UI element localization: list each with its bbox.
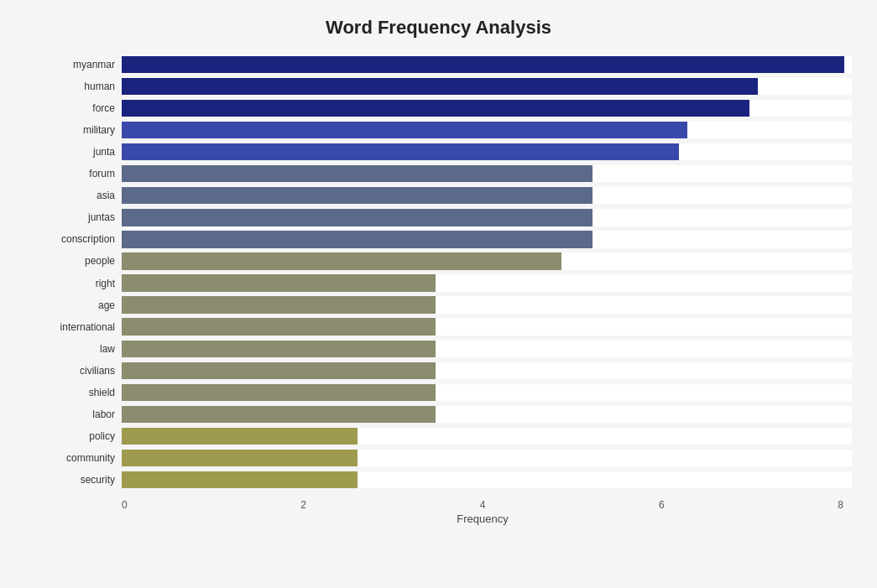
bar-row: junta <box>25 141 852 163</box>
bar-label: conscription <box>25 233 122 245</box>
bar-label: community <box>25 452 122 464</box>
bar-fill <box>122 165 592 182</box>
bar-row: juntas <box>25 206 852 228</box>
bar-row: conscription <box>25 228 852 250</box>
bar-fill <box>122 274 436 291</box>
bar-row: labor <box>25 403 852 425</box>
bar-fill <box>122 341 436 357</box>
bar-row: international <box>25 316 852 338</box>
bar-row: community <box>25 447 852 469</box>
bar-fill <box>122 450 358 466</box>
bar-fill <box>122 296 436 313</box>
bar-fill <box>122 428 358 445</box>
bar-fill <box>122 122 687 138</box>
bar-row: human <box>25 75 852 97</box>
bar-fill <box>122 362 436 379</box>
bar-row: security <box>25 469 852 491</box>
bar-label: force <box>25 102 122 114</box>
bar-fill <box>122 231 592 247</box>
bar-label: junta <box>25 146 122 158</box>
bar-fill <box>122 384 436 401</box>
bar-fill <box>122 209 592 226</box>
bar-label: law <box>25 343 122 355</box>
bar-row: law <box>25 338 852 360</box>
bar-fill <box>122 78 758 95</box>
bar-row: forum <box>25 163 852 185</box>
chart-container: Word Frequency Analysis 02468 Frequency … <box>0 0 877 588</box>
bar-label: forum <box>25 168 122 180</box>
bar-label: labor <box>25 408 122 420</box>
bar-label: human <box>25 81 122 92</box>
bar-fill <box>122 318 436 335</box>
bar-fill <box>122 406 436 423</box>
bar-label: age <box>25 299 122 311</box>
bar-label: security <box>25 474 122 486</box>
bar-label: international <box>25 321 122 333</box>
bar-row: shield <box>25 382 852 403</box>
bar-row: force <box>25 97 852 119</box>
bar-row: myanmar <box>25 54 852 75</box>
chart-title: Word Frequency Analysis <box>25 17 852 39</box>
bar-fill <box>122 252 561 269</box>
bar-label: people <box>25 255 122 267</box>
bar-label: shield <box>25 387 122 398</box>
bar-label: asia <box>25 190 122 201</box>
bar-label: civilians <box>25 365 122 377</box>
bar-row: asia <box>25 185 852 206</box>
bar-label: military <box>25 124 122 136</box>
bar-label: policy <box>25 430 122 442</box>
bar-row: right <box>25 273 852 294</box>
bar-label: right <box>25 278 122 289</box>
bar-label: juntas <box>25 211 122 223</box>
bar-fill <box>122 471 358 488</box>
bar-fill <box>122 143 679 160</box>
bar-fill <box>122 56 844 73</box>
bar-fill <box>122 100 749 117</box>
x-axis-label: Frequency <box>122 513 843 525</box>
bar-row: military <box>25 119 852 141</box>
bar-row: policy <box>25 425 852 447</box>
bar-label: myanmar <box>25 59 122 70</box>
bar-row: civilians <box>25 360 852 382</box>
bar-row: people <box>25 250 852 272</box>
bar-fill <box>122 187 592 204</box>
bar-row: age <box>25 294 852 316</box>
